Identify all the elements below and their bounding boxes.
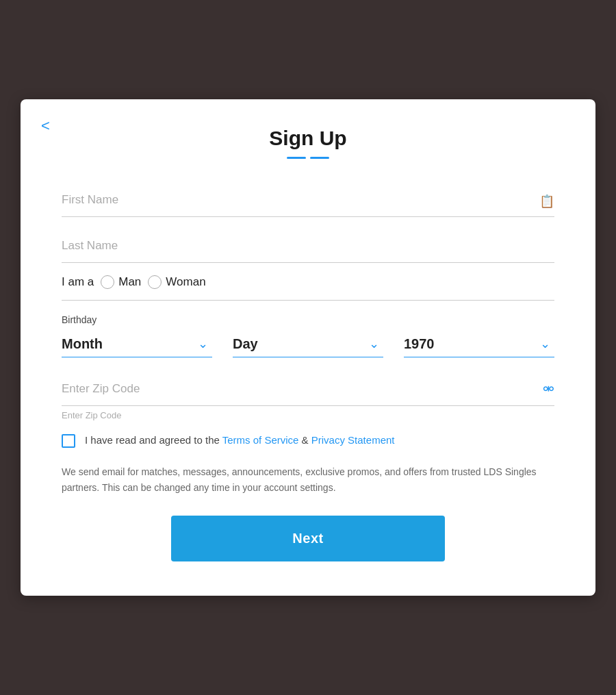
signup-modal: < Sign Up 📋 I am a Man Woman Birthday	[21, 99, 595, 596]
location-icon: ⚮	[543, 381, 554, 397]
back-button[interactable]: <	[41, 118, 50, 134]
month-dropdown-wrapper: Month January February March April May J…	[62, 331, 212, 357]
first-name-wrapper: 📋	[62, 184, 554, 217]
zip-hint: Enter Zip Code	[62, 410, 554, 420]
next-button[interactable]: Next	[171, 516, 445, 561]
woman-radio-group: Woman	[148, 275, 205, 289]
birthday-section: Birthday Month January February March Ap…	[62, 314, 554, 357]
terms-of-service-link[interactable]: Terms of Service	[222, 434, 299, 446]
title-decoration	[62, 157, 554, 159]
month-select[interactable]: Month January February March April May J…	[62, 331, 212, 357]
terms-text-between: &	[298, 434, 311, 446]
gender-label: I am a Man Woman	[62, 275, 554, 289]
disclaimer-text: We send email for matches, messages, ann…	[62, 464, 554, 495]
terms-checkbox-wrapper	[62, 434, 75, 451]
first-name-input[interactable]	[62, 184, 554, 217]
zip-section: ⚮ Enter Zip Code	[62, 372, 554, 420]
gender-section: I am a Man Woman	[62, 275, 554, 301]
title-section: Sign Up	[62, 127, 554, 159]
woman-radio[interactable]	[148, 275, 162, 289]
day-select[interactable]: Day 123 456 789 101112 131415 161718 192…	[233, 331, 383, 357]
zip-input[interactable]	[62, 372, 554, 405]
year-select[interactable]: 1970	[404, 331, 554, 357]
birthday-label: Birthday	[62, 314, 554, 325]
last-name-input[interactable]	[62, 229, 554, 263]
man-label: Man	[118, 275, 141, 289]
woman-label: Woman	[166, 275, 205, 289]
id-card-icon: 📋	[539, 194, 554, 209]
terms-checkbox[interactable]	[62, 434, 75, 448]
year-dropdown-wrapper: 1970 ⌄	[404, 331, 554, 357]
zip-wrapper: ⚮	[62, 372, 554, 406]
privacy-statement-link[interactable]: Privacy Statement	[311, 434, 395, 446]
terms-section: I have read and agreed to the Terms of S…	[62, 433, 554, 451]
terms-text: I have read and agreed to the Terms of S…	[85, 433, 394, 448]
man-radio-group: Man	[101, 275, 141, 289]
day-dropdown-wrapper: Day 123 456 789 101112 131415 161718 192…	[233, 331, 383, 357]
last-name-wrapper	[62, 229, 554, 263]
birthday-dropdowns: Month January February March April May J…	[62, 331, 554, 357]
page-title: Sign Up	[62, 127, 554, 150]
man-radio[interactable]	[101, 275, 114, 289]
terms-text-before: I have read and agreed to the	[85, 434, 222, 446]
